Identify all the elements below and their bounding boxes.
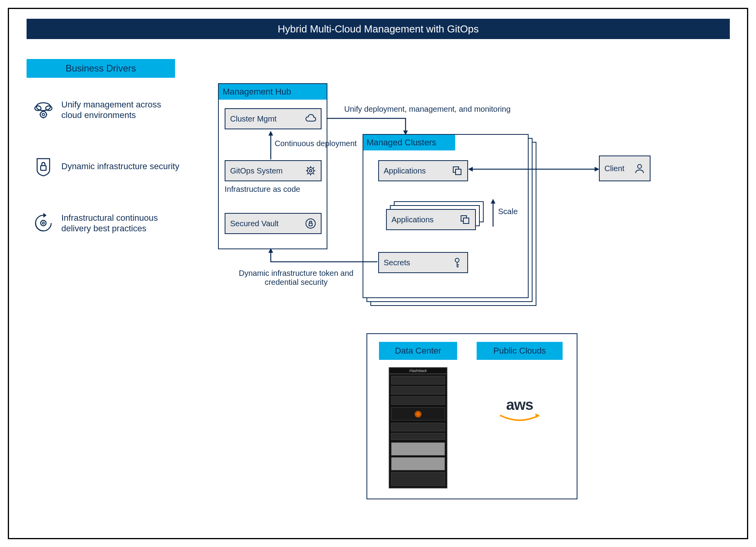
svg-marker-39 [403, 130, 408, 135]
svg-marker-41 [468, 167, 473, 172]
public-clouds-header: Public Clouds [477, 342, 563, 360]
aws-text: aws [496, 397, 543, 413]
vault-security-label: Dynamic infrastructure token and credent… [226, 269, 366, 287]
unify-label: Unify deployment, management, and monito… [344, 105, 511, 114]
svg-point-3 [40, 111, 46, 118]
svg-line-20 [313, 173, 314, 174]
svg-marker-34 [491, 199, 495, 204]
svg-marker-38 [268, 131, 273, 136]
driver-text: Unify management across cloud environmen… [61, 99, 181, 121]
driver-item-cd: Infrastructural continuous delivery best… [32, 212, 181, 234]
copy-icon [452, 165, 463, 176]
lock-circle-icon [305, 218, 316, 229]
svg-point-11 [41, 220, 46, 226]
cycle-gear-icon [32, 212, 54, 234]
svg-marker-10 [43, 213, 46, 218]
svg-rect-26 [456, 169, 461, 175]
client-label: Client [604, 164, 624, 173]
business-drivers-header: Business Drivers [27, 59, 175, 78]
shield-lock-icon [32, 156, 54, 177]
gitops-label: GitOps System [230, 166, 282, 175]
applications-label: Applications [384, 166, 426, 175]
svg-point-0 [36, 103, 50, 111]
user-icon [634, 163, 645, 174]
cloud-gear-icon [32, 99, 54, 121]
svg-rect-24 [309, 223, 312, 226]
applications-box-1: Applications [378, 160, 468, 181]
aws-logo: aws [496, 397, 543, 427]
continuous-deploy-label: Continuous deployment [275, 139, 357, 148]
driver-item-security: Dynamic infrastructure security [32, 156, 181, 177]
infra-as-code-label: Infrastructure as code [225, 185, 300, 194]
copy-icon [459, 214, 470, 225]
vault-label: Secured Vault [230, 219, 279, 228]
cluster-mgmt-label: Cluster Mgmt [230, 114, 277, 123]
rack-label: FlashStack [390, 369, 447, 374]
svg-rect-9 [41, 166, 46, 170]
svg-line-19 [307, 167, 308, 168]
driver-text: Infrastructural continuous delivery best… [61, 213, 181, 234]
svg-marker-42 [595, 167, 599, 172]
arrow-cluster-to-managed [327, 116, 413, 140]
cluster-mgmt-box: Cluster Mgmt [225, 108, 322, 129]
managed-clusters-container: Managed Clusters Applications Applicatio… [363, 134, 529, 298]
svg-point-2 [46, 106, 52, 111]
svg-line-22 [307, 173, 308, 174]
applications-box-2: Applications [386, 209, 476, 230]
applications-label: Applications [391, 215, 434, 224]
svg-point-12 [43, 222, 45, 224]
scale-label: Scale [498, 207, 518, 216]
driver-item-unify: Unify management across cloud environmen… [32, 99, 181, 121]
management-hub-header: Management Hub [219, 84, 327, 100]
svg-rect-28 [463, 218, 469, 223]
svg-point-1 [35, 106, 41, 111]
client-box: Client [599, 156, 651, 181]
svg-point-4 [42, 113, 45, 116]
aws-smile-icon [498, 413, 541, 425]
gitops-system-box: GitOps System [225, 160, 322, 181]
key-icon [452, 257, 463, 268]
gear-icon [305, 165, 316, 176]
data-center-header: Data Center [379, 342, 457, 360]
svg-point-29 [455, 258, 459, 262]
secrets-box: Secrets [378, 252, 468, 273]
arrow-apps-to-client [468, 165, 601, 177]
secured-vault-box: Secured Vault [225, 213, 322, 234]
driver-text: Dynamic infrastructure security [61, 161, 179, 172]
secrets-label: Secrets [384, 258, 410, 267]
cloud-icon [305, 113, 316, 124]
diagram-frame: Hybrid Multi-Cloud Management with GitOp… [8, 8, 748, 539]
page-title: Hybrid Multi-Cloud Management with GitOp… [27, 19, 730, 39]
server-rack-image: FlashStack [389, 367, 447, 488]
svg-point-14 [309, 170, 312, 172]
infrastructure-container: Data Center Public Clouds FlashStack aws [366, 333, 577, 499]
svg-point-35 [638, 164, 642, 168]
svg-point-13 [307, 168, 314, 174]
svg-line-21 [313, 167, 314, 168]
management-hub-container: Management Hub Cluster Mgmt GitOps Syste… [218, 83, 327, 249]
